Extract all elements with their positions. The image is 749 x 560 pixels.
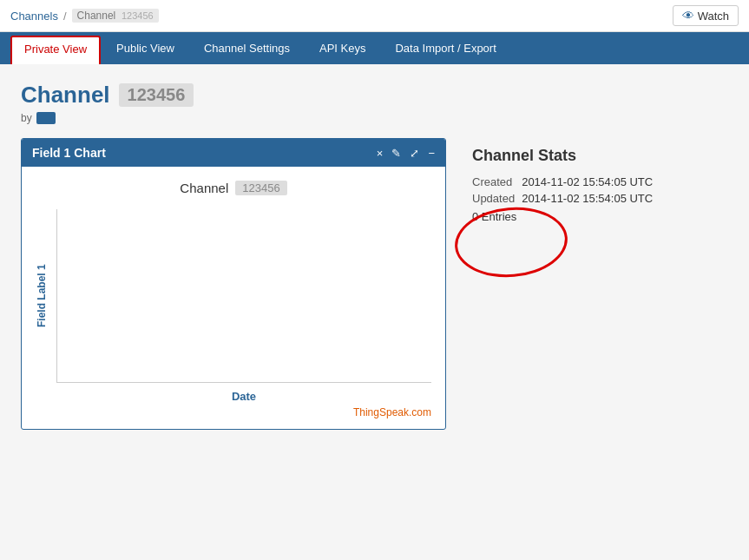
chart-card: Field 1 Chart × ✎ ⤢ −: [21, 138, 446, 430]
watch-button[interactable]: 👁 Watch: [673, 5, 739, 26]
chart-controls: × ✎ ⤢ −: [377, 147, 435, 160]
stats-panel: Channel Stats Created 2014-11-02 15:54:0…: [472, 138, 663, 430]
breadcrumb-channels-link[interactable]: Channels: [10, 10, 58, 23]
y-axis-label: Field Label 1: [36, 209, 53, 383]
chart-fullscreen-button[interactable]: ⤢: [410, 147, 419, 160]
tab-channel-settings[interactable]: Channel Settings: [190, 32, 304, 64]
breadcrumb-separator: /: [63, 10, 67, 23]
stats-title: Channel Stats: [472, 147, 663, 165]
tab-data-import-export[interactable]: Data Import / Export: [381, 32, 509, 64]
x-axis-label: Date: [36, 390, 431, 403]
content-layout: Field 1 Chart × ✎ ⤢ −: [21, 138, 728, 430]
tab-private-view[interactable]: Private View: [10, 36, 101, 64]
page-content: Channel 123456 by Field 1 Chart ×: [0, 64, 749, 550]
tab-api-keys[interactable]: API Keys: [306, 32, 379, 64]
channel-owner-avatar: [36, 112, 56, 124]
stats-updated-label: Updated: [472, 190, 522, 207]
chart-title: Field 1 Chart: [32, 146, 106, 160]
watch-label: Watch: [698, 10, 729, 23]
chart-card-header: Field 1 Chart × ✎ ⤢ −: [22, 139, 445, 167]
chart-minimize-button[interactable]: −: [428, 147, 435, 160]
chart-edit-button[interactable]: ✎: [391, 147, 401, 160]
stats-created-label: Created: [472, 174, 522, 190]
breadcrumb-channel: Channel 123456: [72, 9, 159, 23]
channel-id-badge: 123456: [119, 83, 194, 107]
channel-by: by: [21, 112, 728, 124]
chart-plot-area: [56, 209, 431, 383]
channel-title: Channel 123456: [21, 82, 728, 109]
channel-id-crumb: 123456: [122, 10, 154, 21]
breadcrumb: Channels / Channel 123456: [10, 9, 159, 23]
stats-created-value: 2014-11-02 15:54:05 UTC: [522, 174, 660, 190]
chart-card-body: Channel 123456 Field Label 1 Date ThingS…: [22, 167, 445, 429]
tab-public-view[interactable]: Public View: [102, 32, 188, 64]
chart-panel: Field 1 Chart × ✎ ⤢ −: [21, 138, 446, 430]
eye-icon: 👁: [682, 9, 694, 23]
chart-inner-title: Channel 123456: [36, 181, 431, 195]
chart-inner-badge: 123456: [235, 181, 286, 195]
stats-row-created: Created 2014-11-02 15:54:05 UTC: [472, 174, 660, 190]
top-bar: Channels / Channel 123456 👁 Watch: [0, 0, 749, 32]
stats-entries: 0 Entries: [472, 210, 663, 223]
chart-area: Field Label 1: [36, 209, 431, 383]
thingspeak-credit: ThingSpeak.com: [36, 406, 431, 418]
chart-close-button[interactable]: ×: [377, 147, 384, 160]
stats-row-updated: Updated 2014-11-02 15:54:05 UTC: [472, 190, 660, 207]
nav-tabs-bar: Private View Public View Channel Setting…: [0, 32, 749, 64]
stats-updated-value: 2014-11-02 15:54:05 UTC: [522, 190, 660, 207]
stats-table: Created 2014-11-02 15:54:05 UTC Updated …: [472, 174, 660, 207]
channel-header: Channel 123456 by: [21, 82, 728, 124]
